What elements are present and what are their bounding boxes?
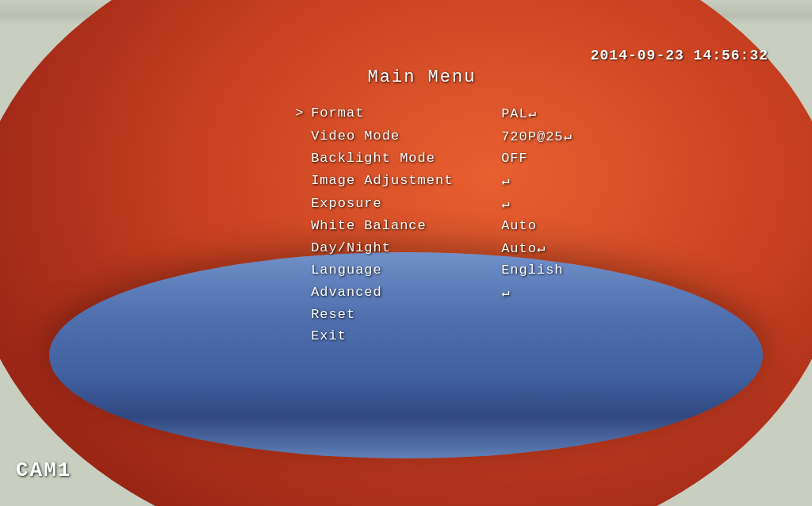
menu-item-backlight-mode[interactable]: Backlight ModeOFF (295, 151, 573, 166)
menu-item-label-video-mode: Video Mode (311, 128, 493, 144)
menu-item-value-video-mode: 720P@25↵ (501, 128, 573, 144)
menu-item-format[interactable]: >FormatPAL↵ (295, 105, 573, 121)
menu-item-label-white-balance: White Balance (311, 218, 493, 233)
menu-item-language[interactable]: LanguageEnglish (295, 263, 573, 278)
main-menu: Main Menu >FormatPAL↵ Video Mode720P@25↵… (295, 67, 573, 350)
menu-item-exposure[interactable]: Exposure↵ (295, 195, 573, 212)
menu-item-value-language: English (501, 263, 563, 278)
camera-view: 2014-09-23 14:56:32 Main Menu >FormatPAL… (0, 0, 812, 506)
menu-item-reset[interactable]: Reset (295, 307, 573, 322)
menu-item-label-backlight-mode: Backlight Mode (311, 151, 493, 166)
menu-item-label-format: Format (311, 105, 493, 121)
menu-item-value-advanced: ↵ (501, 284, 510, 301)
menu-item-white-balance[interactable]: White BalanceAuto (295, 218, 573, 233)
menu-item-label-reset: Reset (311, 307, 493, 322)
menu-item-image-adjustment[interactable]: Image Adjustment↵ (295, 172, 573, 189)
menu-items-list: >FormatPAL↵ Video Mode720P@25↵ Backlight… (295, 105, 573, 343)
menu-item-value-format: PAL↵ (501, 105, 537, 121)
menu-item-day-night[interactable]: Day/NightAuto↵ (295, 240, 573, 256)
menu-item-label-language: Language (311, 263, 493, 278)
menu-item-label-image-adjustment: Image Adjustment (311, 173, 493, 188)
menu-item-exit[interactable]: Exit (295, 328, 573, 343)
menu-title: Main Menu (271, 67, 573, 87)
menu-item-label-exposure: Exposure (311, 196, 493, 211)
menu-item-arrow-format: > (295, 105, 311, 121)
menu-item-value-backlight-mode: OFF (501, 151, 528, 166)
menu-item-label-advanced: Advanced (311, 285, 493, 300)
menu-item-label-exit: Exit (311, 328, 493, 343)
osd-overlay: 2014-09-23 14:56:32 Main Menu >FormatPAL… (0, 0, 812, 506)
menu-item-label-day-night: Day/Night (311, 240, 493, 255)
menu-item-value-day-night: Auto↵ (501, 240, 546, 256)
menu-item-value-exposure: ↵ (501, 195, 510, 212)
cam-label: CAM1 (16, 458, 71, 482)
menu-item-video-mode[interactable]: Video Mode720P@25↵ (295, 128, 573, 144)
timestamp: 2014-09-23 14:56:32 (591, 48, 768, 63)
menu-item-value-image-adjustment: ↵ (501, 172, 510, 189)
menu-item-advanced[interactable]: Advanced↵ (295, 284, 573, 301)
menu-item-value-white-balance: Auto (501, 218, 537, 233)
